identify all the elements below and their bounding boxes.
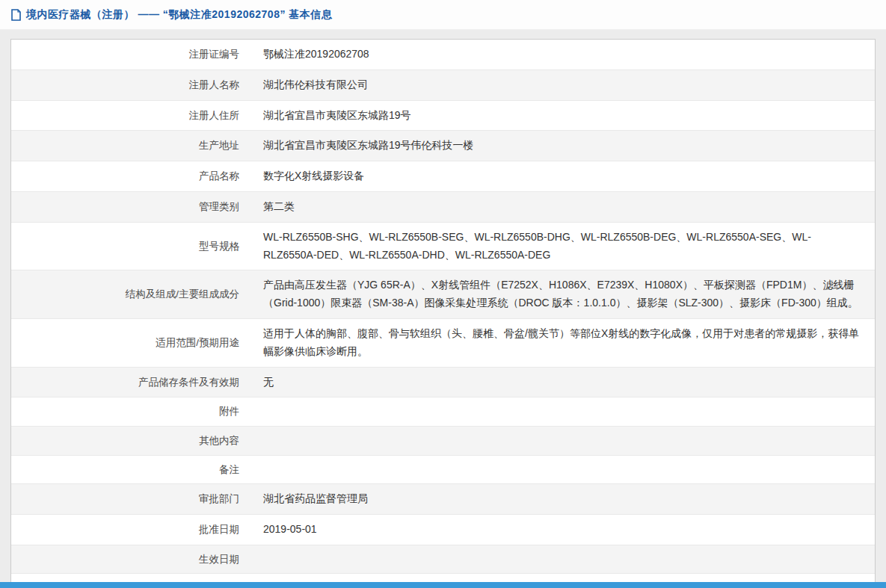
row-label: 其他内容 (11, 427, 253, 455)
table-row: 备注 (11, 456, 875, 485)
table-row: 管理类别第二类 (11, 192, 875, 223)
table-row: 产品名称数字化X射线摄影设备 (11, 161, 875, 192)
table-row: 结构及组成/主要组成成分产品由高压发生器（YJG 65R-A）、X射线管组件（E… (11, 270, 875, 319)
row-value: 数字化X射线摄影设备 (253, 161, 875, 191)
table-row: 型号规格WL-RLZ6550B-SHG、WL-RLZ6550B-SEG、WL-R… (11, 223, 875, 271)
row-value: WL-RLZ6550B-SHG、WL-RLZ6550B-SEG、WL-RLZ65… (253, 223, 875, 270)
row-value (253, 406, 875, 418)
row-label: 审批部门 (11, 485, 253, 513)
table-row: 附件 (11, 397, 875, 427)
row-value (253, 435, 875, 447)
row-value: 第二类 (253, 192, 875, 222)
row-label: 结构及组成/主要组成成分 (11, 280, 253, 309)
document-icon (10, 9, 22, 21)
row-value: 湖北伟伦科技有限公司 (253, 70, 875, 100)
page: 境内医疗器械（注册） —— “鄂械注准20192062708” 基本信息 注册证… (0, 0, 886, 588)
page-header: 境内医疗器械（注册） —— “鄂械注准20192062708” 基本信息 (0, 0, 886, 30)
row-value (253, 554, 875, 566)
row-label: 批准日期 (11, 516, 253, 544)
row-value: 2019-05-01 (253, 515, 875, 545)
info-table: 注册证编号鄂械注准20192062708注册人名称湖北伟伦科技有限公司注册人住所… (10, 39, 876, 588)
row-label: 注册人名称 (11, 71, 253, 99)
row-label: 适用范围/预期用途 (11, 329, 253, 357)
page-title: 境内医疗器械（注册） —— “鄂械注准20192062708” 基本信息 (26, 8, 332, 22)
row-value: 产品由高压发生器（YJG 65R-A）、X射线管组件（E7252X、H1086X… (253, 270, 875, 318)
row-value: 适用于人体的胸部、腹部、骨与软组织（头、腰椎、骨盆/髋关节）等部位X射线的数字化… (253, 319, 875, 367)
row-label: 产品储存条件及有效期 (11, 368, 253, 397)
row-value: 湖北省宜昌市夷陵区东城路19号伟伦科技一楼 (253, 131, 875, 161)
row-label: 管理类别 (11, 193, 253, 221)
row-value: 无 (253, 368, 875, 397)
table-row: 生产地址湖北省宜昌市夷陵区东城路19号伟伦科技一楼 (11, 131, 875, 161)
table-row: 适用范围/预期用途适用于人体的胸部、腹部、骨与软组织（头、腰椎、骨盆/髋关节）等… (11, 319, 875, 368)
table-row: 其他内容 (11, 427, 875, 456)
row-value: 鄂械注准20192062708 (253, 40, 875, 69)
row-label: 生产地址 (11, 131, 253, 160)
row-label: 备注 (11, 456, 253, 484)
table-row: 注册人名称湖北伟伦科技有限公司 (11, 70, 875, 101)
bottom-accent-bar (0, 582, 886, 588)
table-row: 产品储存条件及有效期无 (11, 368, 875, 398)
row-label: 型号规格 (11, 232, 253, 261)
table-row: 批准日期2019-05-01 (11, 515, 875, 545)
row-value: 湖北省药品监督管理局 (253, 484, 875, 514)
row-label: 生效日期 (11, 545, 253, 574)
table-row: 生效日期 (11, 545, 875, 575)
row-value (253, 463, 875, 475)
row-label: 产品名称 (11, 162, 253, 191)
table-row: 注册证编号鄂械注准20192062708 (11, 40, 875, 70)
table-row: 注册人住所湖北省宜昌市夷陵区东城路19号 (11, 101, 875, 131)
row-label: 注册人住所 (11, 102, 253, 130)
table-row: 审批部门湖北省药品监督管理局 (11, 484, 875, 515)
row-label: 附件 (11, 397, 253, 426)
row-value: 湖北省宜昌市夷陵区东城路19号 (253, 101, 875, 131)
row-label: 注册证编号 (11, 40, 253, 69)
